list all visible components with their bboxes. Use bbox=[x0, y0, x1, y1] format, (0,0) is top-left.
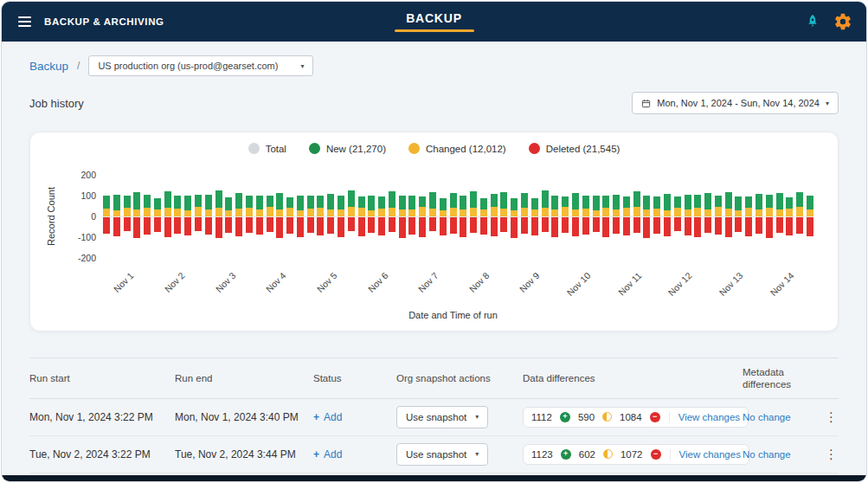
bar[interactable] bbox=[796, 168, 803, 265]
bar[interactable] bbox=[429, 168, 436, 265]
bar[interactable] bbox=[460, 168, 466, 265]
bar[interactable] bbox=[674, 168, 681, 265]
bar-above-zero bbox=[715, 196, 722, 216]
bar[interactable] bbox=[623, 168, 630, 265]
assistant-rocket-icon[interactable] bbox=[804, 13, 821, 30]
row-menu-kebab-icon[interactable]: ⋮ bbox=[820, 447, 842, 462]
bar[interactable] bbox=[807, 168, 813, 265]
bar[interactable] bbox=[491, 168, 498, 265]
bar[interactable] bbox=[124, 168, 131, 265]
bar[interactable] bbox=[225, 168, 232, 265]
bar[interactable] bbox=[378, 168, 385, 265]
bar[interactable] bbox=[327, 168, 334, 265]
bar[interactable] bbox=[480, 168, 487, 265]
bar[interactable] bbox=[745, 168, 752, 265]
bar-above-zero bbox=[521, 193, 528, 216]
date-range-picker[interactable]: Mon, Nov 1, 2024 - Sun, Nov 14, 2024 ▾ bbox=[632, 92, 839, 114]
bar[interactable] bbox=[205, 168, 212, 265]
bar[interactable] bbox=[286, 168, 293, 265]
bar[interactable] bbox=[511, 168, 518, 265]
bar[interactable] bbox=[440, 168, 447, 265]
bar[interactable] bbox=[297, 168, 304, 265]
view-changes-link[interactable]: View changes bbox=[670, 449, 741, 460]
bar[interactable] bbox=[307, 168, 314, 265]
org-selector[interactable]: US production org (us-prod@gearset.com) … bbox=[88, 55, 313, 76]
bar[interactable] bbox=[572, 168, 579, 265]
bar[interactable] bbox=[174, 168, 181, 265]
bar[interactable] bbox=[195, 168, 202, 265]
bar[interactable] bbox=[164, 168, 171, 265]
bar-above-zero bbox=[745, 196, 752, 216]
bar[interactable] bbox=[755, 168, 762, 265]
bar[interactable] bbox=[562, 168, 569, 265]
bar-below-zero bbox=[133, 217, 140, 238]
bar[interactable] bbox=[776, 168, 783, 265]
bar[interactable] bbox=[715, 168, 722, 265]
bar[interactable] bbox=[500, 168, 507, 265]
changed-count: 590 bbox=[578, 412, 595, 422]
use-snapshot-button[interactable]: Use snapshot▾ bbox=[396, 443, 488, 466]
bar[interactable] bbox=[184, 168, 191, 265]
settings-gear-icon[interactable] bbox=[833, 12, 852, 31]
bar[interactable] bbox=[725, 168, 732, 265]
bar[interactable] bbox=[276, 168, 283, 265]
legend-item[interactable]: Total bbox=[248, 143, 286, 154]
bar[interactable] bbox=[235, 168, 242, 265]
bar[interactable] bbox=[154, 168, 161, 265]
menu-icon[interactable] bbox=[16, 14, 34, 29]
bar[interactable] bbox=[317, 168, 324, 265]
bar[interactable] bbox=[766, 168, 773, 265]
bar[interactable] bbox=[113, 168, 120, 265]
metadata-no-change-link[interactable]: No change bbox=[743, 412, 791, 422]
bar[interactable] bbox=[653, 168, 660, 265]
bar-below-zero bbox=[551, 217, 558, 237]
bar[interactable] bbox=[694, 168, 701, 265]
bar[interactable] bbox=[633, 168, 640, 265]
bar[interactable] bbox=[399, 168, 406, 265]
bar[interactable] bbox=[338, 168, 344, 265]
bar[interactable] bbox=[358, 168, 365, 265]
tab-backup[interactable]: BACKUP bbox=[406, 11, 462, 25]
bar[interactable] bbox=[408, 168, 415, 265]
legend-item[interactable]: Deleted (21,545) bbox=[529, 143, 620, 154]
add-button[interactable]: +Add bbox=[313, 411, 342, 423]
bar[interactable] bbox=[542, 168, 549, 265]
breadcrumb-backup-link[interactable]: Backup bbox=[29, 60, 68, 73]
add-button[interactable]: +Add bbox=[313, 448, 342, 460]
bar[interactable] bbox=[368, 168, 375, 265]
bar[interactable] bbox=[551, 168, 558, 265]
bar[interactable] bbox=[246, 168, 253, 265]
bar[interactable] bbox=[470, 168, 477, 265]
bar-below-zero bbox=[766, 217, 773, 238]
bar[interactable] bbox=[602, 168, 609, 265]
bar[interactable] bbox=[582, 168, 589, 265]
bar[interactable] bbox=[643, 168, 650, 265]
legend-item[interactable]: Changed (12,012) bbox=[408, 143, 506, 154]
bar[interactable] bbox=[685, 168, 691, 265]
use-snapshot-button[interactable]: Use snapshot▾ bbox=[396, 406, 488, 428]
legend-dot bbox=[408, 143, 420, 154]
bar[interactable] bbox=[521, 168, 528, 265]
bar[interactable] bbox=[144, 168, 151, 265]
bar[interactable] bbox=[267, 168, 273, 265]
bar[interactable] bbox=[215, 168, 222, 265]
bar[interactable] bbox=[419, 168, 426, 265]
bar[interactable] bbox=[704, 168, 711, 265]
row-menu-kebab-icon[interactable]: ⋮ bbox=[820, 409, 842, 425]
bar[interactable] bbox=[531, 168, 538, 265]
metadata-no-change-link[interactable]: No change bbox=[743, 449, 791, 460]
bar[interactable] bbox=[450, 168, 457, 265]
bar[interactable] bbox=[613, 168, 620, 265]
bar[interactable] bbox=[103, 168, 110, 265]
bar[interactable] bbox=[664, 168, 671, 265]
view-changes-link[interactable]: View changes bbox=[669, 412, 740, 422]
bar[interactable] bbox=[256, 168, 263, 265]
bar[interactable] bbox=[593, 168, 600, 265]
bar[interactable] bbox=[735, 168, 742, 265]
legend-item[interactable]: New (21,270) bbox=[309, 143, 386, 154]
bar[interactable] bbox=[786, 168, 793, 265]
bar-below-zero bbox=[440, 217, 447, 235]
bar[interactable] bbox=[133, 168, 140, 265]
bar[interactable] bbox=[389, 168, 395, 265]
bar[interactable] bbox=[348, 168, 355, 265]
